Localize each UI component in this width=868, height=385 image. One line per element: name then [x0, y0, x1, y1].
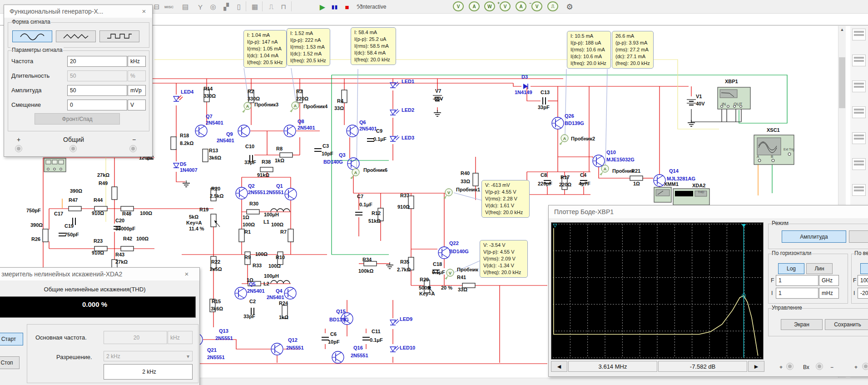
led[interactable] [390, 109, 399, 115]
led[interactable] [174, 95, 183, 101]
transistor[interactable] [347, 125, 358, 137]
measurement-probe-icon[interactable]: V [443, 189, 452, 199]
transistor[interactable] [195, 125, 207, 137]
misc-parts-icon[interactable]: MISC [164, 1, 174, 12]
fgen-title-bar[interactable]: Функциональный генератор-X... [4, 5, 152, 18]
v-final-value[interactable]: 100 [858, 275, 868, 286]
instrument-dock-icon[interactable] [852, 132, 866, 144]
transistor[interactable] [438, 247, 450, 259]
xda-title-bar[interactable]: змеритель нелинейных искажений-XDA2 [0, 268, 199, 280]
probe-voltage-ref-icon[interactable]: V+ [500, 1, 511, 11]
probe-current-icon[interactable]: A [469, 1, 480, 11]
fgen-row-value[interactable]: 20 [67, 56, 127, 67]
transducer-icon[interactable]: ▞ [221, 1, 232, 12]
play-simulation-button[interactable]: ▶ [317, 1, 328, 12]
resistor[interactable] [280, 153, 293, 157]
phase-mode-button[interactable] [849, 230, 868, 243]
transistor[interactable] [271, 343, 283, 355]
resolution-dropdown[interactable]: 2 kHz ▾ [104, 351, 193, 361]
transistor[interactable] [347, 158, 359, 170]
resistor[interactable] [239, 229, 244, 242]
cursor-left-button[interactable]: ◀ [551, 361, 567, 372]
transistor[interactable] [238, 125, 250, 137]
screen-button[interactable]: Экран [781, 319, 823, 330]
resistor[interactable] [203, 149, 208, 162]
fgen-row-value[interactable]: 0 [67, 100, 127, 110]
antenna-icon[interactable]: Y [195, 1, 206, 12]
v-initial-value[interactable]: -20 [858, 288, 868, 299]
probe-settings-gear-icon[interactable]: ⚙ [564, 1, 575, 12]
h-final-unit[interactable]: GHz [819, 275, 839, 286]
fgen-row-unit[interactable]: mVp [128, 85, 146, 96]
h-initial-value[interactable]: 1 [776, 288, 818, 299]
resistor[interactable] [630, 176, 643, 180]
square-wave-button[interactable] [99, 30, 139, 42]
led[interactable] [390, 82, 399, 88]
out-plus-radio[interactable] [862, 363, 868, 370]
h-final-value[interactable]: 1 [776, 275, 818, 286]
motor-icon[interactable]: ◎ [208, 1, 218, 12]
wire[interactable] [154, 60, 719, 129]
resistor[interactable] [121, 206, 134, 211]
cursor-right-button[interactable]: ▶ [748, 361, 764, 372]
resistor[interactable] [121, 246, 134, 251]
ground-symbol[interactable] [183, 180, 190, 187]
measurement-probe-icon[interactable]: V [445, 269, 454, 280]
probe-power-icon[interactable]: W [484, 1, 495, 11]
resistor[interactable] [112, 187, 117, 200]
amplitude-mode-button[interactable]: Амплитуда [782, 230, 846, 243]
scrollbar-thumb[interactable] [839, 57, 845, 108]
led[interactable] [390, 319, 399, 325]
square-wave-source-icon[interactable]: ⊓ [278, 1, 289, 12]
transistor[interactable] [236, 187, 248, 199]
in-plus-radio[interactable] [786, 363, 794, 370]
resistor[interactable] [247, 210, 259, 214]
xda-close-icon[interactable]: × [182, 270, 191, 279]
wire[interactable] [357, 69, 358, 169]
transistor[interactable] [332, 351, 344, 363]
pause-simulation-button[interactable]: ▮▮ [329, 1, 340, 12]
resistor[interactable] [288, 229, 293, 242]
ground-symbol[interactable] [434, 110, 441, 116]
wire[interactable] [176, 172, 185, 182]
fgen-row-value[interactable]: 50 [67, 85, 127, 96]
terminal-common-jack[interactable] [69, 145, 77, 152]
ic-chip-icon[interactable]: ▦ [249, 1, 260, 12]
resistor[interactable] [69, 206, 81, 211]
resistor[interactable] [473, 173, 478, 186]
log-scale-button[interactable]: Log [778, 263, 804, 274]
v-log-scale-button[interactable]: L [860, 263, 868, 274]
wire[interactable] [691, 109, 741, 122]
edge-settings-button[interactable]: Фронт/Спад [35, 113, 120, 125]
led[interactable] [390, 135, 399, 141]
battery[interactable] [687, 100, 696, 105]
connector-icon[interactable]: ▤ [180, 1, 191, 12]
scroll-up-icon[interactable]: ▲ [838, 26, 846, 34]
terminal-minus-jack[interactable] [129, 145, 137, 152]
resistor[interactable] [211, 214, 216, 227]
interactive-label[interactable]: Interactive [361, 1, 386, 12]
h-initial-unit[interactable]: mHz [819, 288, 839, 299]
probe-voltage-neg-icon[interactable]: V− [531, 1, 542, 11]
in-minus-radio[interactable] [816, 363, 823, 370]
mechanical-icon[interactable]: ▯ [233, 1, 244, 12]
inductor[interactable] [271, 209, 290, 212]
ground-symbol[interactable] [386, 262, 393, 269]
xmm-instrument-icon[interactable] [654, 187, 671, 202]
bode-title-bar[interactable]: Плоттер Боде-XBP1 [549, 205, 868, 218]
save-button[interactable]: Сохранить [825, 319, 868, 330]
fgen-row-unit[interactable]: V [128, 100, 146, 110]
bode-plot-area[interactable] [551, 222, 764, 360]
start-button[interactable]: Старт [0, 333, 23, 345]
measurement-probe-icon[interactable]: A [290, 102, 299, 112]
measurement-probe-icon[interactable]: A [242, 102, 251, 113]
fgen-row-value[interactable]: 50 [67, 70, 127, 81]
transistor[interactable] [235, 287, 247, 299]
probe-digital-icon[interactable]: ⎍ [547, 1, 558, 11]
transistor[interactable] [284, 287, 296, 299]
battery-source-icon[interactable]: ⊟ [151, 1, 162, 12]
measurement-probe-icon[interactable]: A [559, 135, 568, 145]
probe-voltage-icon[interactable]: V [453, 1, 464, 11]
fgen-close-icon[interactable]: × [139, 7, 149, 16]
linear-scale-button[interactable]: Лин [806, 263, 833, 274]
